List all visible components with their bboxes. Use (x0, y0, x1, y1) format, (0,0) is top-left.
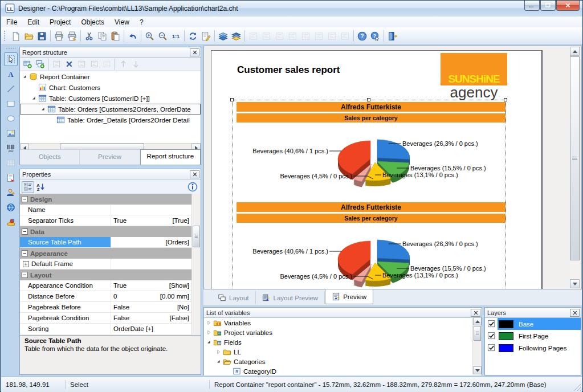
scroll-down-button[interactable] (570, 279, 580, 288)
property-group[interactable]: Design (20, 194, 192, 205)
property-value[interactable]: False[No] (111, 304, 192, 311)
tab-preview[interactable]: Preview (325, 289, 373, 304)
collapse-icon[interactable] (22, 250, 28, 256)
property-value[interactable]: [Orders] (111, 239, 192, 246)
element-properties-button[interactable] (50, 59, 63, 70)
refresh-preview-button[interactable] (186, 30, 199, 43)
menu-objects[interactable]: Objects (76, 17, 109, 27)
add-element-button[interactable] (21, 59, 34, 70)
layer-row-body[interactable]: First Page (498, 330, 581, 342)
scroll-thumb[interactable] (193, 226, 200, 247)
menu-view[interactable]: View (109, 17, 134, 27)
layer-row[interactable]: First Page (485, 330, 581, 342)
undo-button[interactable] (126, 30, 139, 43)
report-tree-item[interactable]: Table: Orders [Customers2Orders, OrderDa… (20, 104, 201, 115)
property-row[interactable]: Source Table Path[Orders] (20, 237, 192, 248)
selection-handle[interactable] (504, 98, 507, 101)
layer-row[interactable]: Following Pages (485, 342, 581, 354)
collapse-icon[interactable] (22, 272, 28, 278)
report-tree-item[interactable]: Report Container (20, 71, 201, 82)
layer-row-body[interactable]: Following Pages (498, 342, 581, 354)
property-value[interactable]: True[Show] (111, 282, 192, 289)
collapse-icon[interactable] (22, 196, 28, 202)
property-help-button[interactable] (186, 181, 199, 193)
variables-close-button[interactable] (471, 309, 480, 317)
property-group[interactable]: Layout (20, 270, 192, 280)
rectangle-tool-button[interactable] (4, 97, 18, 111)
layers-close-button[interactable] (570, 309, 580, 317)
report-tree-item[interactable]: Table: Order_Details [Orders2Order Detai… (20, 115, 201, 125)
tab-report-structure[interactable]: Report structure (140, 149, 201, 165)
picture-tool-button[interactable] (4, 126, 18, 140)
property-row[interactable]: Name (20, 205, 192, 215)
copy-element-button[interactable] (88, 59, 100, 70)
menu-project[interactable]: Project (44, 17, 76, 27)
title-bar[interactable]: LL Designer - C:\Program Files\combit\LL… (1, 1, 582, 17)
report-structure-close-button[interactable] (190, 48, 199, 56)
scroll-down-button[interactable] (473, 366, 482, 374)
properties-vscrollbar[interactable] (191, 194, 201, 335)
collapse-icon[interactable] (22, 228, 28, 235)
property-row[interactable]: Pagebreak BeforeFalse[No] (20, 302, 192, 313)
property-row[interactable]: SortingOrderDate [+] (20, 324, 192, 334)
maximize-button[interactable] (540, 1, 556, 11)
tab-layout-preview[interactable]: Layout Preview (256, 291, 325, 304)
variable-tree-item[interactable]: Fields (204, 337, 482, 347)
copy-button[interactable] (96, 30, 109, 43)
barcode-tool-button[interactable]: 242 (4, 141, 18, 155)
print-button[interactable] (52, 30, 66, 43)
close-button[interactable] (556, 1, 580, 11)
bring-to-front-button[interactable] (217, 30, 230, 43)
variable-tree-item[interactable]: Categories (204, 357, 482, 366)
report-page[interactable]: Customer sales report SUNSHiNE agency Al… (211, 50, 543, 289)
ellipse-tool-button[interactable] (4, 112, 18, 125)
property-row[interactable]: Default Frame (20, 259, 192, 270)
selection-handle[interactable] (367, 98, 370, 101)
delete-element-button[interactable] (63, 59, 75, 70)
property-group[interactable]: Data (20, 226, 192, 237)
text-tool-button[interactable]: A (4, 67, 18, 81)
open-file-button[interactable] (22, 30, 35, 43)
line-tool-button[interactable] (4, 82, 18, 96)
expand-icon[interactable] (23, 261, 29, 267)
report-tree-item[interactable]: Table: Customers [CustomerID [+]] (20, 93, 201, 104)
scroll-up-button[interactable] (570, 47, 580, 56)
variable-tree-item[interactable]: #CategoryID (204, 366, 482, 375)
selection-handle[interactable] (230, 98, 234, 101)
sales-chart[interactable]: Alfreds FutterkisteSales per categoryBev… (237, 202, 505, 289)
toolbar-grip[interactable] (3, 30, 6, 42)
categorized-view-button[interactable] (22, 181, 34, 193)
variable-tree-item[interactable]: LL (204, 347, 482, 357)
property-group[interactable]: Appearance (20, 248, 192, 259)
user-defined-object-tool-button[interactable] (4, 186, 18, 199)
scroll-thumb[interactable] (570, 56, 580, 260)
scroll-thumb[interactable] (474, 326, 481, 341)
help-button[interactable]: ? (356, 30, 369, 43)
property-value[interactable]: True[True] (111, 217, 192, 224)
cut-element-button[interactable] (75, 59, 88, 70)
menu-edit[interactable]: Edit (22, 17, 44, 27)
print-options-button[interactable] (66, 30, 79, 43)
property-row[interactable]: Separator TicksTrue[True] (20, 215, 192, 226)
variable-tree-item[interactable]: Project variables (204, 328, 482, 337)
ole-object-tool-button[interactable] (4, 215, 18, 229)
layer-row-body[interactable]: Base (498, 318, 581, 330)
property-row[interactable]: Appearance ConditionTrue[Show] (20, 280, 192, 291)
zoom-original-button[interactable]: 1:1 (169, 30, 182, 43)
tab-layout[interactable]: Layout (211, 291, 256, 304)
palette-grip[interactable] (6, 47, 16, 50)
report-tree-item[interactable]: Chart: Customers (20, 82, 201, 93)
paste-button[interactable] (109, 30, 122, 43)
menu-file[interactable]: File (1, 17, 22, 27)
context-help-button[interactable]: ? (369, 30, 382, 43)
scroll-up-button[interactable] (473, 317, 482, 325)
variable-tree-item[interactable]: Variables (204, 318, 482, 328)
layer-row[interactable]: Base (485, 318, 581, 330)
property-value[interactable]: False[False] (111, 315, 192, 321)
zoom-in-button[interactable] (143, 30, 156, 43)
property-value[interactable]: OrderDate [+] (111, 325, 192, 332)
zoom-out-button[interactable] (156, 30, 169, 43)
new-file-button[interactable] (9, 30, 22, 43)
sales-chart[interactable]: Alfreds FutterkisteSales per categoryBev… (237, 102, 505, 199)
sort-alphabetical-button[interactable]: AZ (34, 181, 47, 193)
